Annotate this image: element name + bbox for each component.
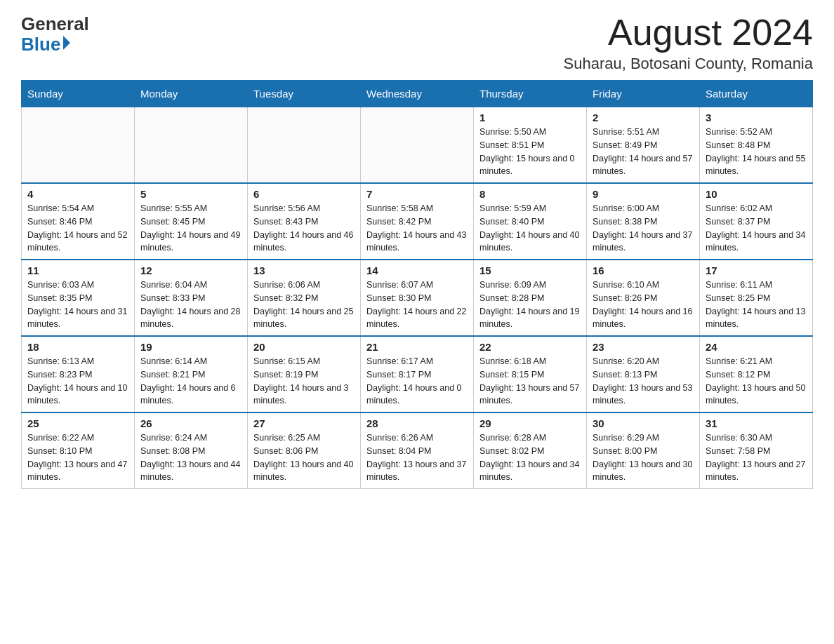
day-number: 16 <box>593 264 694 276</box>
calendar-day-cell: 2Sunrise: 5:51 AM Sunset: 8:49 PM Daylig… <box>587 107 700 184</box>
calendar-day-cell: 3Sunrise: 5:52 AM Sunset: 8:48 PM Daylig… <box>700 107 813 184</box>
calendar-day-cell <box>135 107 248 184</box>
day-number: 3 <box>706 112 807 123</box>
day-info: Sunrise: 6:21 AM Sunset: 8:12 PM Dayligh… <box>706 355 807 408</box>
calendar-week-row: 4Sunrise: 5:54 AM Sunset: 8:46 PM Daylig… <box>22 183 813 260</box>
day-number: 15 <box>479 264 581 276</box>
day-number: 4 <box>27 188 128 200</box>
calendar-day-cell: 26Sunrise: 6:24 AM Sunset: 8:08 PM Dayli… <box>135 412 248 489</box>
day-info: Sunrise: 6:02 AM Sunset: 8:37 PM Dayligh… <box>706 202 807 255</box>
logo-general: General <box>21 14 89 34</box>
day-info: Sunrise: 6:26 AM Sunset: 8:04 PM Dayligh… <box>366 431 468 484</box>
calendar-day-cell: 4Sunrise: 5:54 AM Sunset: 8:46 PM Daylig… <box>22 183 135 260</box>
day-number: 8 <box>479 188 581 200</box>
calendar-day-cell: 17Sunrise: 6:11 AM Sunset: 8:25 PM Dayli… <box>700 260 813 336</box>
calendar-day-cell: 14Sunrise: 6:07 AM Sunset: 8:30 PM Dayli… <box>361 260 474 336</box>
day-info: Sunrise: 6:29 AM Sunset: 8:00 PM Dayligh… <box>593 431 694 484</box>
calendar-day-cell: 8Sunrise: 5:59 AM Sunset: 8:40 PM Daylig… <box>474 183 587 260</box>
day-info: Sunrise: 6:15 AM Sunset: 8:19 PM Dayligh… <box>253 355 355 408</box>
calendar-day-cell: 15Sunrise: 6:09 AM Sunset: 8:28 PM Dayli… <box>474 260 587 336</box>
calendar-day-cell: 7Sunrise: 5:58 AM Sunset: 8:42 PM Daylig… <box>361 183 474 260</box>
month-title: August 2024 <box>564 14 813 51</box>
logo: General Blue <box>21 14 89 54</box>
day-info: Sunrise: 5:52 AM Sunset: 8:48 PM Dayligh… <box>706 126 807 178</box>
day-number: 12 <box>140 264 241 276</box>
day-info: Sunrise: 5:51 AM Sunset: 8:49 PM Dayligh… <box>593 126 694 178</box>
day-number: 31 <box>706 417 807 429</box>
day-info: Sunrise: 5:59 AM Sunset: 8:40 PM Dayligh… <box>479 202 581 255</box>
day-info: Sunrise: 6:13 AM Sunset: 8:23 PM Dayligh… <box>27 355 128 408</box>
calendar-day-cell: 27Sunrise: 6:25 AM Sunset: 8:06 PM Dayli… <box>248 412 361 489</box>
day-info: Sunrise: 5:55 AM Sunset: 8:45 PM Dayligh… <box>140 202 241 255</box>
calendar-day-cell: 12Sunrise: 6:04 AM Sunset: 8:33 PM Dayli… <box>135 260 248 336</box>
day-number: 6 <box>253 188 355 200</box>
day-number: 29 <box>479 417 581 429</box>
day-number: 20 <box>253 341 355 353</box>
day-info: Sunrise: 6:09 AM Sunset: 8:28 PM Dayligh… <box>479 279 581 331</box>
day-info: Sunrise: 6:11 AM Sunset: 8:25 PM Dayligh… <box>706 279 807 331</box>
calendar-day-cell: 13Sunrise: 6:06 AM Sunset: 8:32 PM Dayli… <box>248 260 361 336</box>
calendar-day-cell <box>22 107 135 184</box>
day-number: 22 <box>479 341 581 353</box>
day-number: 21 <box>366 341 468 353</box>
day-number: 17 <box>706 264 807 276</box>
day-info: Sunrise: 6:07 AM Sunset: 8:30 PM Dayligh… <box>366 279 468 331</box>
calendar-day-cell: 6Sunrise: 5:56 AM Sunset: 8:43 PM Daylig… <box>248 183 361 260</box>
calendar-day-cell: 30Sunrise: 6:29 AM Sunset: 8:00 PM Dayli… <box>587 412 700 489</box>
calendar-weekday-header: Wednesday <box>361 81 474 107</box>
day-number: 7 <box>366 188 468 200</box>
calendar-week-row: 18Sunrise: 6:13 AM Sunset: 8:23 PM Dayli… <box>22 336 813 412</box>
day-number: 2 <box>593 112 694 123</box>
day-info: Sunrise: 6:22 AM Sunset: 8:10 PM Dayligh… <box>27 431 128 484</box>
day-number: 10 <box>706 188 807 200</box>
day-info: Sunrise: 6:06 AM Sunset: 8:32 PM Dayligh… <box>253 279 355 331</box>
day-number: 13 <box>253 264 355 276</box>
day-number: 5 <box>140 188 241 200</box>
day-info: Sunrise: 6:03 AM Sunset: 8:35 PM Dayligh… <box>27 279 128 331</box>
day-info: Sunrise: 5:56 AM Sunset: 8:43 PM Dayligh… <box>253 202 355 255</box>
day-number: 25 <box>27 417 128 429</box>
day-info: Sunrise: 6:14 AM Sunset: 8:21 PM Dayligh… <box>140 355 241 408</box>
calendar-day-cell: 10Sunrise: 6:02 AM Sunset: 8:37 PM Dayli… <box>700 183 813 260</box>
calendar-day-cell: 21Sunrise: 6:17 AM Sunset: 8:17 PM Dayli… <box>361 336 474 412</box>
day-info: Sunrise: 6:18 AM Sunset: 8:15 PM Dayligh… <box>479 355 581 408</box>
calendar-day-cell: 24Sunrise: 6:21 AM Sunset: 8:12 PM Dayli… <box>700 336 813 412</box>
calendar-week-row: 25Sunrise: 6:22 AM Sunset: 8:10 PM Dayli… <box>22 412 813 489</box>
calendar-weekday-header: Saturday <box>700 81 813 107</box>
calendar-header-row: SundayMondayTuesdayWednesdayThursdayFrid… <box>22 81 813 107</box>
day-number: 28 <box>366 417 468 429</box>
day-number: 1 <box>479 112 581 123</box>
calendar-day-cell: 1Sunrise: 5:50 AM Sunset: 8:51 PM Daylig… <box>474 107 587 184</box>
logo-blue: Blue <box>21 34 60 55</box>
day-number: 23 <box>593 341 694 353</box>
calendar-day-cell <box>248 107 361 184</box>
day-info: Sunrise: 6:24 AM Sunset: 8:08 PM Dayligh… <box>140 431 241 484</box>
day-number: 19 <box>140 341 241 353</box>
calendar-day-cell: 31Sunrise: 6:30 AM Sunset: 7:58 PM Dayli… <box>700 412 813 489</box>
calendar-table: SundayMondayTuesdayWednesdayThursdayFrid… <box>21 80 813 489</box>
calendar-week-row: 1Sunrise: 5:50 AM Sunset: 8:51 PM Daylig… <box>22 107 813 184</box>
day-info: Sunrise: 6:30 AM Sunset: 7:58 PM Dayligh… <box>706 431 807 484</box>
calendar-day-cell: 11Sunrise: 6:03 AM Sunset: 8:35 PM Dayli… <box>22 260 135 336</box>
day-number: 27 <box>253 417 355 429</box>
calendar-day-cell: 9Sunrise: 6:00 AM Sunset: 8:38 PM Daylig… <box>587 183 700 260</box>
calendar-day-cell: 23Sunrise: 6:20 AM Sunset: 8:13 PM Dayli… <box>587 336 700 412</box>
calendar-day-cell: 20Sunrise: 6:15 AM Sunset: 8:19 PM Dayli… <box>248 336 361 412</box>
day-info: Sunrise: 6:28 AM Sunset: 8:02 PM Dayligh… <box>479 431 581 484</box>
calendar-day-cell: 16Sunrise: 6:10 AM Sunset: 8:26 PM Dayli… <box>587 260 700 336</box>
day-number: 18 <box>27 341 128 353</box>
calendar-day-cell: 5Sunrise: 5:55 AM Sunset: 8:45 PM Daylig… <box>135 183 248 260</box>
day-info: Sunrise: 6:25 AM Sunset: 8:06 PM Dayligh… <box>253 431 355 484</box>
title-section: August 2024 Suharau, Botosani County, Ro… <box>564 14 813 73</box>
logo-triangle-icon <box>63 36 70 50</box>
page-header: General Blue August 2024 Suharau, Botosa… <box>21 14 813 73</box>
day-info: Sunrise: 5:50 AM Sunset: 8:51 PM Dayligh… <box>479 126 581 178</box>
calendar-day-cell <box>361 107 474 184</box>
day-info: Sunrise: 5:58 AM Sunset: 8:42 PM Dayligh… <box>366 202 468 255</box>
day-info: Sunrise: 6:20 AM Sunset: 8:13 PM Dayligh… <box>593 355 694 408</box>
day-info: Sunrise: 6:17 AM Sunset: 8:17 PM Dayligh… <box>366 355 468 408</box>
day-number: 24 <box>706 341 807 353</box>
day-info: Sunrise: 6:00 AM Sunset: 8:38 PM Dayligh… <box>593 202 694 255</box>
calendar-weekday-header: Thursday <box>474 81 587 107</box>
day-number: 30 <box>593 417 694 429</box>
